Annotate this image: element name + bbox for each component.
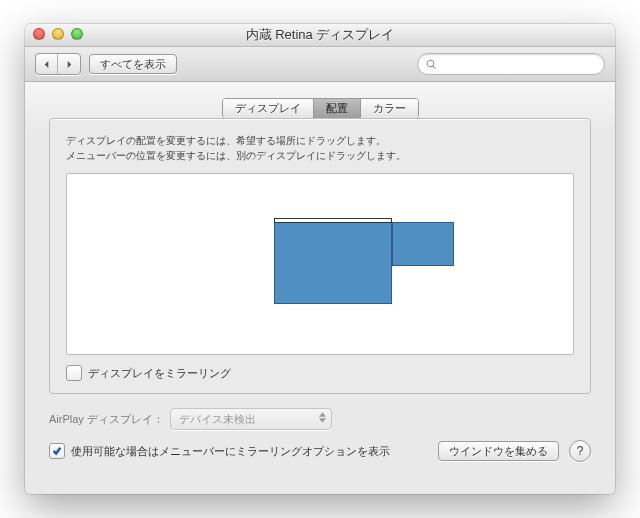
nav-back-forward xyxy=(35,53,81,75)
tab-display[interactable]: ディスプレイ xyxy=(223,99,314,118)
instruction-line-1: ディスプレイの配置を変更するには、希望する場所にドラッグします。 xyxy=(66,133,574,148)
mirror-displays-row: ディスプレイをミラーリング xyxy=(66,365,574,381)
airplay-label: AirPlay ディスプレイ： xyxy=(49,412,164,427)
arrangement-card: ディスプレイの配置を変更するには、希望する場所にドラッグします。 メニューバーの… xyxy=(49,118,591,394)
mirror-displays-checkbox[interactable] xyxy=(66,365,82,381)
search-field[interactable] xyxy=(417,53,605,75)
mirror-displays-label: ディスプレイをミラーリング xyxy=(88,366,231,381)
checkmark-icon xyxy=(52,446,62,456)
display-rect-external[interactable] xyxy=(392,222,454,266)
tab-row: ディスプレイ 配置 カラー xyxy=(49,98,591,119)
tab-color[interactable]: カラー xyxy=(361,99,418,118)
popup-arrows-icon xyxy=(319,412,326,423)
arrangement-canvas[interactable] xyxy=(66,173,574,355)
window-title: 内蔵 Retina ディスプレイ xyxy=(246,26,395,44)
airplay-selected-value: デバイス未検出 xyxy=(179,412,256,427)
airplay-popup: デバイス未検出 xyxy=(170,408,332,430)
minimize-window-icon[interactable] xyxy=(52,28,64,40)
search-icon xyxy=(426,59,437,70)
help-button[interactable]: ? xyxy=(569,440,591,462)
pane-body: ディスプレイ 配置 カラー ディスプレイの配置を変更するには、希望する場所にドラ… xyxy=(25,82,615,494)
tab-arrangement[interactable]: 配置 xyxy=(314,99,361,118)
window-titlebar[interactable]: 内蔵 Retina ディスプレイ xyxy=(25,24,615,47)
chevron-left-icon xyxy=(42,60,51,69)
airplay-row: AirPlay ディスプレイ： デバイス未検出 xyxy=(49,408,591,430)
window-controls xyxy=(33,28,83,40)
display-rect-main[interactable] xyxy=(274,222,392,304)
zoom-window-icon[interactable] xyxy=(71,28,83,40)
footer-row: 使用可能な場合はメニューバーにミラーリングオプションを表示 ウインドウを集める … xyxy=(49,440,591,462)
show-all-button[interactable]: すべてを表示 xyxy=(89,54,177,74)
toolbar: すべてを表示 xyxy=(25,47,615,82)
nav-forward-button[interactable] xyxy=(58,54,80,74)
gather-windows-button[interactable]: ウインドウを集める xyxy=(438,441,559,461)
instruction-line-2: メニューバーの位置を変更するには、別のディスプレイにドラッグします。 xyxy=(66,148,574,163)
close-window-icon[interactable] xyxy=(33,28,45,40)
arrangement-instructions: ディスプレイの配置を変更するには、希望する場所にドラッグします。 メニューバーの… xyxy=(66,133,574,163)
menubar-mirror-opt-label: 使用可能な場合はメニューバーにミラーリングオプションを表示 xyxy=(71,444,390,459)
menubar-mirror-opt-checkbox[interactable] xyxy=(49,443,65,459)
chevron-right-icon xyxy=(65,60,74,69)
nav-back-button[interactable] xyxy=(36,54,58,74)
menubar-strip[interactable] xyxy=(274,218,392,223)
search-input[interactable] xyxy=(442,57,596,71)
help-icon: ? xyxy=(577,444,584,458)
preferences-window: 内蔵 Retina ディスプレイ すべてを表示 ディスプレイ xyxy=(25,24,615,494)
